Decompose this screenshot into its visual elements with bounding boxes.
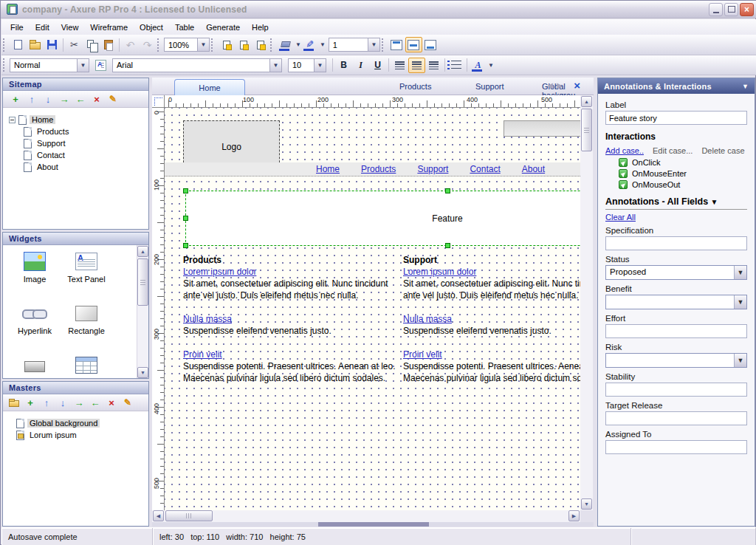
event-onclick[interactable]: OnClick (619, 158, 747, 167)
chevron-down-icon[interactable]: ▼ (77, 59, 89, 72)
selection-handle[interactable] (445, 243, 450, 248)
event-onmouseout[interactable]: OnMouseOut (619, 180, 747, 189)
feature-widget-selected[interactable]: Feature (185, 191, 580, 246)
column-link[interactable]: Nulla massa (403, 313, 580, 325)
scrollbar-thumb[interactable] (137, 258, 148, 306)
font-color-button[interactable]: A (470, 58, 487, 73)
fill-color-button[interactable] (277, 37, 294, 52)
scroll-down-icon[interactable]: ▼ (137, 367, 148, 378)
edit-styles-button[interactable]: A (92, 58, 109, 73)
selection-handle[interactable] (183, 188, 188, 193)
menu-edit[interactable]: Edit (30, 21, 55, 34)
tree-item-label[interactable]: About (35, 162, 61, 171)
scroll-up-icon[interactable]: ▲ (137, 246, 148, 257)
chevron-down-icon[interactable]: ▼ (734, 295, 746, 309)
toolbar-grip[interactable] (3, 58, 8, 72)
new-button[interactable] (10, 37, 27, 52)
nav-link-support[interactable]: Support (417, 164, 448, 174)
chevron-down-icon[interactable]: ▼ (711, 198, 718, 206)
column-link[interactable]: Proin velit (183, 349, 396, 360)
tab-support[interactable]: Support (475, 82, 504, 91)
tab-scroll-left-icon[interactable]: ◀ (547, 81, 553, 89)
rename-page-button[interactable]: ✎ (105, 92, 121, 106)
minimize-button[interactable] (709, 3, 723, 16)
widget-label-input[interactable] (605, 111, 747, 125)
scroll-down-icon[interactable]: ▼ (581, 498, 592, 510)
chevron-down-icon[interactable]: ▼ (320, 41, 326, 48)
outdent-button[interactable]: ← (87, 396, 103, 410)
products-column-widget[interactable]: Products Lorem ipsum dolor Sit amet, con… (183, 254, 396, 396)
font-combo[interactable]: Arial ▼ (112, 58, 282, 72)
edit-case-link[interactable]: Edit case... (653, 146, 693, 155)
tree-item-about[interactable]: About (6, 161, 145, 173)
selection-handle[interactable] (183, 243, 188, 248)
stability-input[interactable] (605, 383, 747, 397)
move-up-button[interactable]: ↑ (38, 396, 55, 410)
toolbar-grip[interactable] (157, 38, 162, 52)
chevron-down-icon[interactable]: ▼ (368, 38, 379, 51)
move-up-button[interactable]: ↑ (24, 92, 40, 106)
menu-object[interactable]: Object (134, 21, 169, 34)
masters-panel-header[interactable]: Masters (3, 382, 148, 394)
tree-item-label[interactable]: Support (35, 139, 68, 148)
clear-all-link[interactable]: Clear All (605, 213, 636, 222)
tree-item-home[interactable]: Home (6, 114, 145, 126)
tree-item-label[interactable]: Products (35, 127, 71, 136)
italic-button[interactable]: I (352, 58, 369, 73)
menu-table[interactable]: Table (169, 21, 200, 34)
chevron-down-icon[interactable]: ▼ (488, 62, 494, 69)
paste-button[interactable] (100, 37, 117, 52)
generate-prototype-button[interactable] (252, 37, 269, 52)
widgets-scrollbar[interactable]: ▲ ▼ (137, 245, 148, 379)
indent-button[interactable]: → (71, 396, 87, 410)
delete-master-button[interactable]: × (103, 396, 120, 410)
widget-image[interactable]: Image (9, 251, 61, 284)
generate-word-button[interactable] (235, 37, 252, 52)
scroll-left-icon[interactable]: ◀ (153, 510, 164, 521)
canvas-vertical-scrollbar[interactable]: ▲ ▼ (580, 95, 593, 510)
tree-item-contact[interactable]: Contact (6, 149, 145, 161)
valign-middle-button[interactable] (405, 37, 422, 52)
title-bar[interactable]: company - Axure RP Pro 4 : Licensed to U… (1, 1, 756, 18)
scrollbar-thumb[interactable] (581, 109, 592, 151)
generate-html-button[interactable] (218, 37, 235, 52)
nav-link-home[interactable]: Home (316, 164, 340, 174)
annotations-all-fields-heading[interactable]: Annotations - All Fields ▼ (605, 196, 747, 210)
align-right-button[interactable] (425, 58, 442, 73)
wireframe-canvas[interactable]: Logo Home Products Support Contact About… (165, 108, 580, 510)
new-folder-button[interactable] (6, 396, 22, 410)
chevron-down-icon[interactable]: ▼ (734, 266, 746, 279)
menu-help[interactable]: Help (246, 21, 275, 34)
line-weight-combo[interactable]: 1 ▼ (329, 38, 380, 52)
line-color-button[interactable]: ✎ (301, 37, 318, 52)
underline-button[interactable]: U (369, 58, 386, 73)
copy-button[interactable] (83, 37, 100, 52)
zoom-combo[interactable]: 100% ▼ (164, 38, 210, 52)
assigned-to-input[interactable] (605, 440, 747, 454)
master-item-lorum-ipsum[interactable]: Lorum ipsum (6, 429, 145, 441)
column-link[interactable]: Proin velit (403, 349, 580, 360)
add-page-button[interactable]: + (7, 92, 24, 106)
toolbar-grip[interactable] (3, 38, 8, 52)
widget-rectangle[interactable]: Rectangle (61, 303, 112, 335)
move-down-button[interactable]: ↓ (40, 92, 56, 106)
tree-item-products[interactable]: Products (6, 126, 145, 137)
move-down-button[interactable]: ↓ (55, 396, 71, 410)
open-button[interactable] (27, 37, 44, 52)
widget-button[interactable] (9, 356, 61, 379)
scroll-up-icon[interactable]: ▲ (581, 96, 592, 107)
scrollbar-thumb[interactable] (165, 510, 213, 521)
benefit-select[interactable]: ▼ (605, 295, 747, 309)
risk-select[interactable]: ▼ (605, 353, 747, 368)
undo-button[interactable]: ↶ (122, 37, 139, 52)
sitemap-panel-header[interactable]: Sitemap (3, 78, 148, 91)
add-case-link[interactable]: Add case.. (605, 146, 644, 155)
nav-link-products[interactable]: Products (361, 164, 396, 174)
pane-scrollbar[interactable] (152, 522, 594, 527)
selection-handle[interactable] (445, 188, 450, 193)
collapse-expander-icon[interactable] (9, 117, 16, 123)
chevron-down-icon[interactable]: ▼ (295, 41, 301, 48)
close-tab-icon[interactable]: × (574, 79, 580, 92)
toolbar-grip[interactable] (382, 38, 387, 52)
bullet-list-button[interactable] (447, 58, 464, 73)
